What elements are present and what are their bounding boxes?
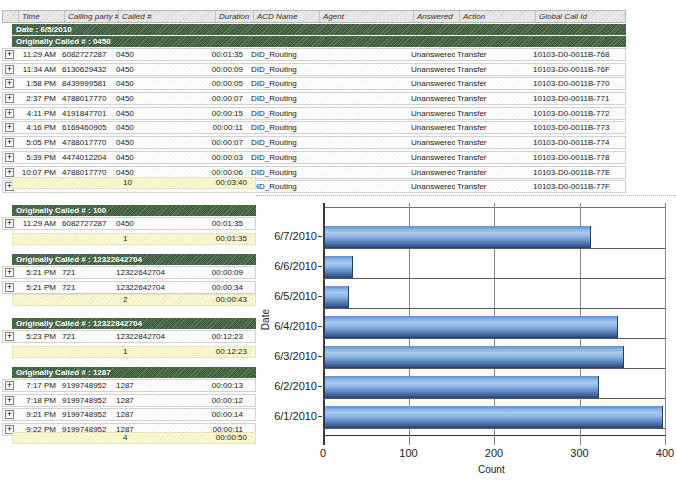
time-cell: 10:07 PM <box>14 167 60 178</box>
row-gridline <box>323 338 665 339</box>
time-cell: 5:39 PM <box>14 152 60 163</box>
expand-button[interactable]: + <box>5 268 14 277</box>
bar-6/6/2010 <box>325 256 353 278</box>
column-header: Called # <box>119 11 216 22</box>
time-cell: 4:16 PM <box>14 122 60 133</box>
acd-name-cell: DID_Routing <box>249 93 315 104</box>
group-bar-12322642704: Originally Called # : 12322642704 <box>12 254 256 265</box>
call-rows-12322842704: +5:23 PM7211232284270400:12:23 <box>2 330 256 345</box>
acd-name-cell: DID_Routing <box>249 122 315 133</box>
calling-party-cell: 721 <box>60 331 114 342</box>
global-call-id-cell: 10103-D0-0011B-76F <box>531 64 620 75</box>
y-tick-mark <box>318 236 322 237</box>
column-header: Agent <box>320 11 414 22</box>
expand-button[interactable]: + <box>5 50 14 59</box>
acd-name-cell: DID_Routing <box>249 152 315 163</box>
call-rows-0450: +11:29 AM6082727287045000:01:35DID_Routi… <box>2 48 626 195</box>
expand-button[interactable]: + <box>5 219 14 228</box>
y-tick-label: 6/1/2010 <box>265 410 317 422</box>
calling-party-cell: 9199748952 <box>60 409 114 420</box>
answered-cell: Unanswered <box>409 64 455 75</box>
called-number-cell: 0450 <box>114 152 211 163</box>
action-cell: Transfer <box>455 152 531 163</box>
x-tick-label: 200 <box>474 447 514 459</box>
duration-cell: 00:00:12 <box>211 395 249 406</box>
calling-party-cell: 4474012204 <box>60 152 114 163</box>
duration-cell: 00:00:05 <box>211 78 249 89</box>
time-cell: 11:29 AM <box>14 218 60 229</box>
time-cell: 5:23 PM <box>14 331 60 342</box>
expand-button[interactable]: + <box>5 283 14 292</box>
global-call-id-cell: 10103-D0-0011B-771 <box>531 93 620 104</box>
expand-button[interactable]: + <box>5 123 14 132</box>
expand-button[interactable]: + <box>5 94 14 103</box>
row-gridline <box>323 248 665 249</box>
calling-party-cell: 4788017770 <box>60 167 114 178</box>
table-row: +5:21 PM7211232264270400:00:09 <box>2 266 256 279</box>
table-row: +7:18 PM9199748952128700:00:12 <box>2 394 256 407</box>
global-call-id-cell: 10103-D0-0011B-77E <box>531 167 620 178</box>
x-tick-label: 300 <box>560 447 600 459</box>
expand-button[interactable]: + <box>5 332 14 341</box>
call-rows-12322642704: +5:21 PM7211232264270400:00:09+5:21 PM72… <box>2 266 256 295</box>
call-rows-1287: +7:17 PM9199748952128700:00:13+7:18 PM91… <box>2 379 256 438</box>
time-cell: 7:17 PM <box>14 380 60 391</box>
time-cell: 5:21 PM <box>14 267 60 278</box>
calling-party-cell: 6169460905 <box>60 122 114 133</box>
acd-name-cell: DID_Routing <box>249 137 315 148</box>
duration-cell: 00:00:13 <box>211 380 249 391</box>
time-cell: 11:34 AM <box>14 64 60 75</box>
expand-button[interactable]: + <box>5 396 14 405</box>
x-axis-title: Count <box>478 464 505 475</box>
answered-cell: Unanswered <box>409 137 455 148</box>
time-cell: 5:05 PM <box>14 137 60 148</box>
y-tick-label: 6/3/2010 <box>265 350 317 362</box>
answered-cell: Unanswered <box>409 167 455 178</box>
called-number-cell: 0450 <box>114 93 211 104</box>
answered-cell: Unanswered <box>409 152 455 163</box>
expand-button[interactable]: + <box>5 138 14 147</box>
table-row: +5:05 PM4788017770045000:00:07DID_Routin… <box>2 136 626 149</box>
action-cell: Transfer <box>455 108 531 119</box>
duration-cell: 00:00:07 <box>211 137 249 148</box>
table-header-row: TimeCalling party #Called #DurationACD N… <box>2 10 626 23</box>
expand-button[interactable]: + <box>5 153 14 162</box>
acd-name-cell: DID_Routing <box>249 78 315 89</box>
agent-cell <box>315 152 409 163</box>
global-call-id-cell: 10103-D0-0011B-77F <box>531 181 620 192</box>
group-summary-100: 1 00:01:35 <box>12 233 256 245</box>
x-tick-label: 0 <box>303 447 343 459</box>
bar-6/4/2010 <box>325 316 618 338</box>
summary-count: 1 <box>123 234 127 244</box>
duration-cell: 00:00:06 <box>211 167 249 178</box>
expand-button[interactable]: + <box>5 381 14 390</box>
global-call-id-cell: 10103-D0-0011B-778 <box>531 152 620 163</box>
column-header: ACD Name <box>254 11 320 22</box>
expand-button[interactable]: + <box>5 65 14 74</box>
called-number-cell: 0450 <box>114 167 211 178</box>
row-gridline <box>323 428 665 429</box>
called-number-cell: 0450 <box>114 122 211 133</box>
action-cell: Transfer <box>455 49 531 60</box>
y-tick-label: 6/2/2010 <box>265 380 317 392</box>
y-tick-label: 6/4/2010 <box>265 320 317 332</box>
acd-name-cell: DID_Routing <box>249 181 315 192</box>
y-tick-label: 6/5/2010 <box>265 290 317 302</box>
expand-button[interactable]: + <box>5 168 14 177</box>
expand-button[interactable]: + <box>5 79 14 88</box>
answered-cell: Unanswered <box>409 108 455 119</box>
answered-cell: Unanswered <box>409 93 455 104</box>
expand-button[interactable]: + <box>5 410 14 419</box>
summary-duration: 00:00:43 <box>216 295 247 305</box>
expand-button[interactable]: + <box>5 109 14 118</box>
y-tick-mark <box>318 416 322 417</box>
time-cell: 9:21 PM <box>14 409 60 420</box>
x-tick-label: 100 <box>389 447 429 459</box>
table-row: +9:21 PM9199748952128700:00:14 <box>2 408 256 421</box>
agent-cell <box>315 49 409 60</box>
column-header: Time <box>19 11 65 22</box>
group-bar-0450: Originally Called # : 0450 <box>12 36 626 47</box>
duration-cell: 00:00:14 <box>211 409 249 420</box>
y-tick-mark <box>318 386 322 387</box>
called-number-cell: 1287 <box>114 395 211 406</box>
